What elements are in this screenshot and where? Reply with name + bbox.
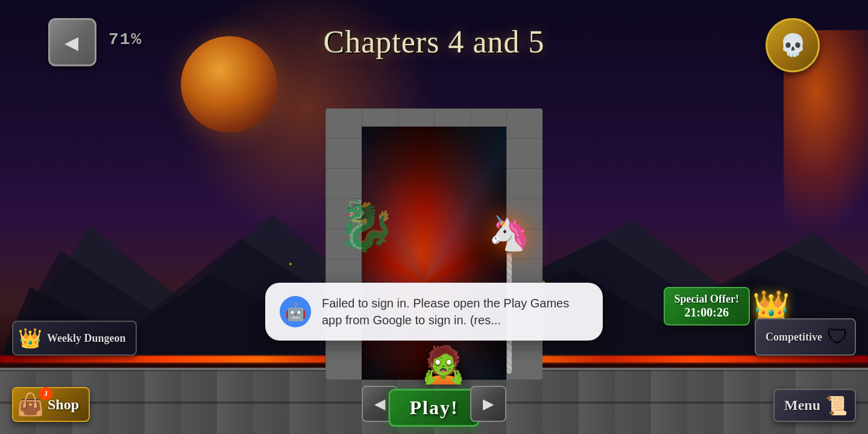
character-sprite: 🧟: [421, 343, 466, 386]
toast-notification: 🤖 Failed to sign in. Please open the Pla…: [265, 283, 603, 341]
menu-label: Menu: [784, 397, 820, 414]
nav-right-arrow-icon: ▶: [483, 395, 494, 412]
back-button[interactable]: ◀: [48, 18, 96, 66]
special-offer-label: Special Offer!: [675, 293, 739, 306]
menu-button[interactable]: Menu 📜: [773, 389, 856, 422]
back-arrow-icon: ◀: [64, 32, 78, 53]
competitive-button[interactable]: Competitive 🛡: [755, 318, 856, 356]
shop-button[interactable]: 👜 J Shop: [12, 387, 90, 422]
android-icon-symbol: 🤖: [285, 302, 306, 322]
competitive-helmet-icon: 🛡: [827, 324, 849, 350]
play-button[interactable]: Play!: [388, 389, 479, 427]
dragon-emblem: 🐉: [333, 193, 399, 259]
character: 🧟: [421, 343, 466, 386]
staff-head: 🦄: [488, 213, 530, 253]
weekly-dungeon-button[interactable]: 👑 Weekly Dungeon: [12, 321, 137, 356]
shop-bag-container: 👜 J: [17, 392, 48, 417]
special-offer-box: Special Offer! 21:00:26: [664, 287, 750, 326]
play-label: Play!: [409, 397, 458, 418]
nav-right-button[interactable]: ▶: [470, 386, 506, 422]
skull-icon: 💀: [779, 33, 807, 58]
toast-message: Failed to sign in. Please open the Play …: [322, 295, 588, 329]
competitive-label: Competitive: [766, 331, 822, 344]
toast-android-icon: 🤖: [280, 296, 311, 327]
progress-percentage: 71%: [108, 30, 142, 49]
weekly-dungeon-label: Weekly Dungeon: [47, 332, 126, 345]
spark-2: [289, 263, 292, 265]
skull-trophy-button[interactable]: 💀: [766, 18, 820, 72]
shop-notification-badge: J: [39, 387, 52, 400]
page-title: Chapters 4 and 5: [324, 24, 545, 60]
special-offer-timer: 21:00:26: [675, 306, 739, 319]
shop-label: Shop: [48, 397, 79, 413]
menu-scroll-icon: 📜: [825, 395, 848, 416]
skull-circle: 💀: [766, 18, 820, 72]
weekly-dungeon-crown-icon: 👑: [18, 327, 42, 350]
nav-left-arrow-icon: ◀: [374, 395, 385, 412]
moon-planet: [181, 36, 277, 133]
